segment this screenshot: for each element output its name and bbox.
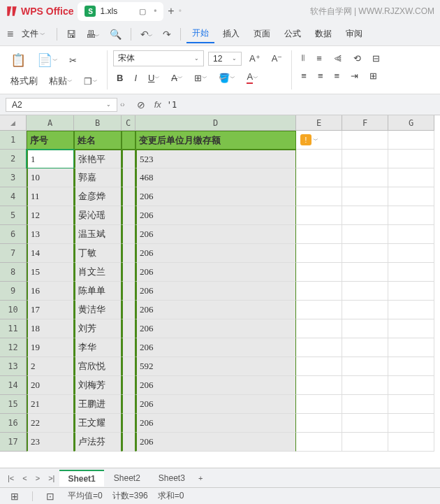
increase-font-icon[interactable]: A⁺ (246, 51, 264, 66)
font-color-button[interactable]: A﹀ (243, 69, 262, 86)
cell-g[interactable] (388, 150, 434, 168)
cell-e[interactable] (296, 282, 342, 301)
italic-button[interactable]: I (131, 71, 140, 85)
cell-e[interactable] (296, 168, 342, 187)
cell-g[interactable] (388, 301, 434, 319)
cell-f[interactable] (342, 131, 388, 150)
redo-icon[interactable]: ↷ (159, 27, 175, 42)
align-bottom-icon[interactable]: ⫷ (330, 51, 346, 66)
print-icon[interactable]: 🖶﹀ (82, 27, 103, 42)
cell-b[interactable]: 陈单单 (74, 282, 122, 301)
align-center-icon[interactable]: ≡ (314, 69, 327, 83)
cell-f[interactable] (342, 376, 388, 395)
cell-a[interactable]: 13 (27, 225, 74, 244)
cell-a[interactable]: 17 (27, 301, 74, 319)
cell-c[interactable] (122, 244, 135, 263)
sheet-prev-icon[interactable]: < (19, 473, 30, 484)
row-header[interactable]: 11 (0, 319, 27, 338)
cell-b[interactable]: 李华 (74, 338, 122, 357)
align-middle-icon[interactable]: ≡ (313, 51, 325, 66)
cell-e[interactable] (296, 244, 342, 263)
cell-c[interactable] (122, 225, 135, 244)
cell-d[interactable]: 206 (135, 414, 296, 433)
col-header-B[interactable]: B (74, 115, 122, 131)
select-all-corner[interactable]: ◢ (0, 115, 27, 131)
cell-e[interactable] (296, 319, 342, 338)
cell-e[interactable] (296, 263, 342, 282)
row-header[interactable]: 13 (0, 357, 27, 376)
tab-start[interactable]: 开始 (186, 24, 214, 43)
cell-a[interactable]: 1 (27, 150, 74, 168)
row-header[interactable]: 7 (0, 244, 27, 263)
fx-icon[interactable]: fx (154, 99, 161, 110)
cell-f[interactable] (342, 225, 388, 244)
cell-g[interactable] (388, 433, 434, 452)
cell-f[interactable] (342, 357, 388, 376)
cell-e[interactable] (296, 357, 342, 376)
cell-g[interactable] (388, 376, 434, 395)
cell-e[interactable] (296, 433, 342, 452)
cell-f[interactable] (342, 414, 388, 433)
cell-a[interactable]: 14 (27, 244, 74, 263)
cell-e[interactable] (296, 150, 342, 168)
cell-b[interactable]: 丁敏 (74, 244, 122, 263)
cell-c[interactable] (122, 357, 135, 376)
cell-g[interactable] (388, 263, 434, 282)
cell-c[interactable] (122, 187, 135, 206)
cell-f[interactable] (342, 168, 388, 187)
cell-f[interactable] (342, 319, 388, 338)
cell-d[interactable]: 206 (135, 244, 296, 263)
cell-c[interactable] (122, 168, 135, 187)
tab-formula[interactable]: 公式 (279, 25, 307, 43)
sheet-first-icon[interactable]: |< (4, 473, 17, 484)
cell-g[interactable] (388, 395, 434, 414)
tab-data[interactable]: 数据 (309, 25, 337, 43)
cell-c[interactable] (122, 338, 135, 357)
cell-d[interactable]: 206 (135, 319, 296, 338)
hamburger-icon[interactable]: ≡ (7, 28, 13, 41)
cell-f[interactable] (342, 150, 388, 168)
cell-a[interactable]: 23 (27, 433, 74, 452)
cell-f[interactable] (342, 282, 388, 301)
cell-a[interactable]: 序号 (27, 131, 74, 150)
cell-f[interactable] (342, 433, 388, 452)
cell-e[interactable]: !﹀ (296, 131, 342, 150)
cell-f[interactable] (342, 206, 388, 225)
cell-b[interactable]: 金彦烨 (74, 187, 122, 206)
cell-f[interactable] (342, 187, 388, 206)
cell-e[interactable] (296, 338, 342, 357)
font-name-select[interactable]: 宋体⌄ (113, 50, 204, 66)
row-header[interactable]: 4 (0, 187, 27, 206)
tab-window-icon[interactable]: ▢ (135, 5, 149, 18)
cell-g[interactable] (388, 357, 434, 376)
status-layout-icon[interactable]: ⊞ (7, 489, 22, 504)
sheet-tab-1[interactable]: Sheet1 (59, 470, 103, 487)
cell-f[interactable] (342, 301, 388, 319)
border-button[interactable]: ⊞﹀ (191, 71, 211, 85)
row-header[interactable]: 17 (0, 433, 27, 452)
tab-page[interactable]: 页面 (248, 25, 276, 43)
cell-b[interactable]: 黄洁华 (74, 301, 122, 319)
strikethrough-button[interactable]: A̶﹀ (168, 71, 186, 85)
cancel-formula-icon[interactable]: ⊘ (133, 97, 149, 113)
copy-icon[interactable]: ❐﹀ (80, 74, 101, 89)
format-painter-button[interactable]: 格式刷 (7, 73, 41, 89)
cell-a[interactable]: 15 (27, 263, 74, 282)
cell-d[interactable]: 变更后单位月缴存额 (135, 131, 296, 150)
cell-a[interactable]: 21 (27, 395, 74, 414)
cell-b[interactable]: 姓名 (74, 131, 122, 150)
wrap-text-icon[interactable]: ⊟ (369, 51, 383, 66)
cell-d[interactable]: 468 (135, 168, 296, 187)
cell-b[interactable]: 王文耀 (74, 414, 122, 433)
cell-g[interactable] (388, 168, 434, 187)
col-header-C[interactable]: C (122, 115, 135, 131)
cell-c[interactable] (122, 263, 135, 282)
row-header[interactable]: 9 (0, 282, 27, 301)
cell-g[interactable] (388, 244, 434, 263)
new-tab-button[interactable]: + (168, 5, 174, 17)
cell-e[interactable] (296, 187, 342, 206)
tab-insert[interactable]: 插入 (217, 25, 245, 43)
orientation-icon[interactable]: ⟲ (350, 51, 365, 66)
align-left-icon[interactable]: ≡ (298, 69, 310, 83)
cell-d[interactable]: 206 (135, 282, 296, 301)
